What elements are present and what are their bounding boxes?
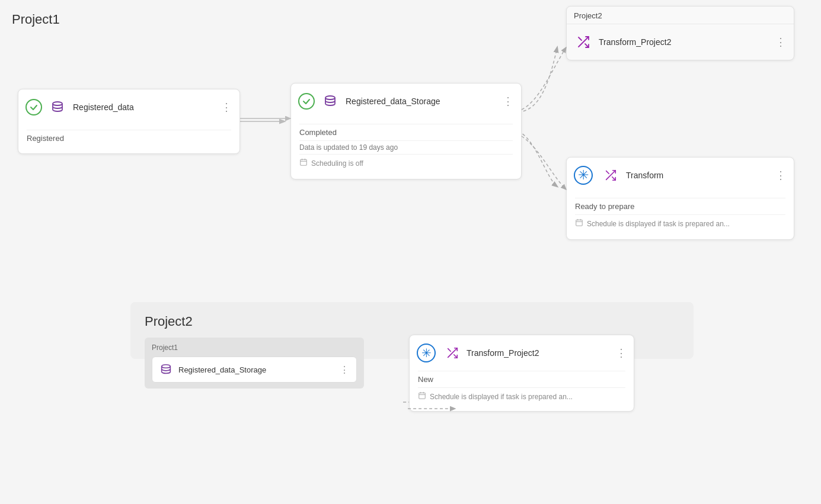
project2-top-label: Project2 — [567, 7, 794, 24]
bottom-transform-card: ✳ Transform_Project2 ⋮ New — [409, 335, 634, 412]
database-icon — [48, 98, 67, 117]
registered-data-storage-card: Registered_data_Storage ⋮ Completed Data… — [290, 83, 522, 179]
calendar-icon-2 — [575, 219, 583, 229]
storage-info: Data is updated to 19 days ago — [299, 140, 513, 154]
inner-storage-title: Registered_data_Storage — [178, 365, 334, 374]
svg-point-0 — [53, 102, 62, 105]
svg-rect-2 — [301, 159, 307, 165]
transform-project2-menu[interactable]: ⋮ — [775, 36, 787, 49]
transform-menu[interactable]: ⋮ — [775, 169, 787, 182]
inner-storage-card: Registered_data_Storage ⋮ — [152, 357, 357, 383]
bottom-transform-status: New — [418, 371, 625, 387]
bottom-asterisk-icon: ✳ — [417, 344, 436, 362]
bottom-transform-title: Transform_Project2 — [467, 348, 610, 358]
storage-title: Registered_data_Storage — [346, 97, 497, 106]
project2-bottom-title: Project2 — [145, 314, 679, 329]
bottom-transform-menu[interactable]: ⋮ — [616, 346, 627, 359]
registered-data-menu[interactable]: ⋮ — [221, 101, 232, 114]
svg-point-1 — [325, 96, 335, 99]
inner-storage-menu[interactable]: ⋮ — [340, 364, 349, 375]
bottom-transform-schedule: Schedule is displayed if task is prepare… — [418, 387, 625, 405]
asterisk-icon: ✳ — [574, 166, 593, 185]
inner-group-title: Project1 — [152, 344, 357, 352]
database-icon-2 — [321, 92, 340, 111]
svg-point-4 — [162, 365, 171, 368]
project1-title: Project1 — [12, 12, 522, 27]
shuffle-icon-1 — [574, 33, 593, 52]
bottom-calendar-icon — [418, 391, 426, 402]
registered-data-card: Registered_data ⋮ Registered — [18, 89, 240, 154]
inner-db-icon — [159, 363, 172, 376]
storage-schedule: Scheduling is off — [299, 154, 513, 172]
transform-card: ✳ Transform ⋮ Ready to prepare — [566, 157, 794, 240]
check-icon — [25, 99, 42, 115]
svg-rect-3 — [576, 220, 583, 226]
registered-data-title: Registered_data — [73, 102, 215, 112]
calendar-icon — [299, 158, 308, 168]
transform-schedule: Schedule is displayed if task is prepare… — [575, 214, 785, 232]
transform-project2-title: Transform_Project2 — [599, 37, 769, 47]
project1-inner-group: Project1 Registered_data_Storage ⋮ — [145, 338, 364, 389]
transform-project2-card: Project2 Transform_Project2 ⋮ — [566, 6, 794, 60]
check-icon-2 — [298, 93, 315, 110]
bottom-shuffle-icon — [444, 345, 461, 361]
svg-rect-5 — [419, 393, 426, 399]
shuffle-icon-2 — [601, 166, 620, 185]
storage-menu[interactable]: ⋮ — [503, 95, 514, 108]
transform-title: Transform — [626, 171, 769, 180]
transform-status: Ready to prepare — [575, 198, 785, 214]
storage-status: Completed — [299, 124, 513, 140]
registered-data-status: Registered — [27, 130, 231, 146]
project2-bottom-area: Project2 Project1 Registered_data_Storag… — [130, 302, 694, 359]
